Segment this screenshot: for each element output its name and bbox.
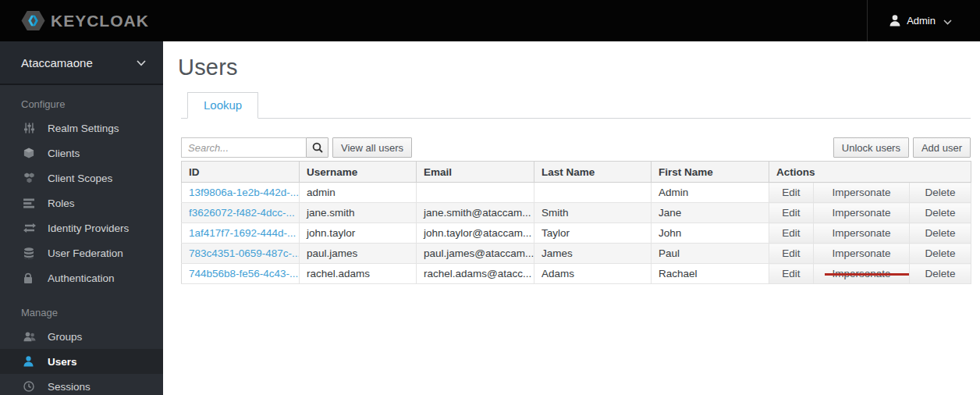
last-name-cell: Smith [534, 203, 652, 223]
last-name-cell: James [534, 244, 652, 264]
sidebar-item-identity-providers[interactable]: Identity Providers [0, 215, 163, 240]
users-table: ID Username Email Last Name First Name A… [181, 161, 971, 284]
email-cell: jane.smith@ataccam... [417, 203, 534, 223]
impersonate-action[interactable]: Impersonate [814, 264, 910, 284]
user-id-link[interactable]: f3626072-f482-4dcc-... [189, 207, 295, 219]
user-id-link[interactable]: 13f9806a-1e2b-442d-... [189, 187, 299, 198]
impersonate-action[interactable]: Impersonate [814, 203, 910, 223]
impersonate-action[interactable]: Impersonate [814, 223, 910, 244]
user-id-link[interactable]: 783c4351-0659-487c-... [189, 247, 300, 259]
admin-label: Admin [907, 15, 936, 27]
top-bar: KEYCLOAK Admin [0, 0, 980, 41]
list-icon [23, 198, 41, 208]
edit-action[interactable]: Edit [769, 264, 814, 284]
sidebar-item-clients[interactable]: Clients [0, 141, 163, 165]
impersonate-action[interactable]: Impersonate [814, 183, 910, 203]
unlock-users-button[interactable]: Unlock users [833, 137, 909, 158]
sidebar-item-label: Users [48, 356, 77, 368]
table-row: f3626072-f482-4dcc-... jane.smith jane.s… [182, 203, 971, 223]
delete-action[interactable]: Delete [910, 264, 971, 284]
search-icon [312, 142, 323, 153]
sidebar-item-groups[interactable]: Groups [0, 324, 163, 349]
last-name-cell [534, 183, 652, 203]
users-toolbar: View all users Unlock users Add user [181, 137, 971, 158]
tab-bar: Lookup [181, 92, 971, 119]
brand-text: KEYCLOAK [51, 12, 149, 30]
column-header-id: ID [182, 162, 300, 183]
sidebar-item-client-scopes[interactable]: Client Scopes [0, 165, 163, 190]
table-row: 783c4351-0659-487c-... paul.james paul.j… [182, 244, 971, 264]
search-group [181, 137, 328, 158]
view-all-users-button[interactable]: View all users [332, 137, 412, 158]
edit-action[interactable]: Edit [769, 244, 814, 264]
delete-action[interactable]: Delete [910, 203, 971, 223]
group-icon [23, 332, 41, 342]
edit-action[interactable]: Edit [769, 223, 814, 244]
column-header-username: Username [300, 162, 417, 183]
exchange-arrows-icon [23, 223, 41, 233]
realm-selector[interactable]: Ataccamaone [0, 41, 163, 85]
username-cell: rachel.adams [300, 264, 417, 284]
user-id-link[interactable]: 1af417f7-1692-444d-... [189, 227, 296, 239]
username-cell: john.taylor [300, 223, 417, 244]
sidebar-item-sessions[interactable]: Sessions [0, 374, 163, 395]
column-header-first-name: First Name [652, 162, 769, 183]
realm-name: Ataccamaone [21, 56, 93, 69]
sidebar-item-users[interactable]: Users [0, 349, 163, 374]
sidebar-item-roles[interactable]: Roles [0, 190, 163, 215]
user-icon [23, 356, 41, 367]
page-title: Users [178, 55, 980, 80]
column-header-actions: Actions [769, 162, 971, 183]
username-cell: admin [300, 183, 417, 203]
sidebar-section-manage: Manage [0, 290, 163, 324]
first-name-cell: John [652, 223, 769, 244]
sidebar-item-realm-settings[interactable]: Realm Settings [0, 116, 163, 141]
impersonate-label: Impersonate [832, 268, 890, 279]
search-button[interactable] [306, 137, 328, 158]
table-row: 744b56b8-fe56-4c43-... rachel.adams rach… [182, 264, 971, 284]
edit-action[interactable]: Edit [769, 183, 814, 203]
sidebar-item-label: Roles [48, 198, 75, 209]
impersonate-action[interactable]: Impersonate [814, 244, 910, 264]
add-user-button[interactable]: Add user [913, 137, 971, 158]
admin-user-menu[interactable]: Admin [867, 0, 980, 41]
sidebar-item-label: Clients [48, 148, 80, 159]
first-name-cell: Jane [652, 203, 769, 223]
tab-lookup[interactable]: Lookup [187, 92, 258, 119]
table-header-row: ID Username Email Last Name First Name A… [182, 162, 971, 183]
sidebar-item-label: Realm Settings [48, 123, 119, 134]
chevron-down-icon [943, 14, 952, 28]
user-silhouette-icon [889, 15, 900, 27]
edit-action[interactable]: Edit [769, 203, 814, 223]
main-content: Users Lookup View all users Unlock users… [163, 41, 980, 395]
sidebar-item-label: Authentication [48, 272, 115, 284]
sidebar-item-authentication[interactable]: Authentication [0, 265, 163, 290]
user-id-link[interactable]: 744b56b8-fe56-4c43-... [189, 268, 298, 279]
delete-action[interactable]: Delete [910, 244, 971, 264]
keycloak-hexagon-icon [21, 9, 45, 33]
clock-icon [23, 381, 41, 392]
first-name-cell: Admin [652, 183, 769, 203]
delete-action[interactable]: Delete [910, 183, 971, 203]
keycloak-logo[interactable]: KEYCLOAK [0, 0, 149, 41]
sidebar-item-label: Client Scopes [48, 173, 112, 184]
column-header-last-name: Last Name [534, 162, 652, 183]
cubes-icon [23, 173, 41, 183]
email-cell: paul.james@ataccam... [417, 244, 534, 264]
delete-action[interactable]: Delete [910, 223, 971, 244]
search-input[interactable] [181, 137, 306, 158]
last-name-cell: Taylor [534, 223, 652, 244]
table-row: 13f9806a-1e2b-442d-... admin Admin Edit … [182, 183, 971, 203]
column-header-email: Email [417, 162, 534, 183]
cube-icon [23, 148, 41, 158]
first-name-cell: Paul [652, 244, 769, 264]
sidebar-item-user-federation[interactable]: User Federation [0, 240, 163, 265]
sidebar: Ataccamaone Configure Realm Settings Cli… [0, 41, 163, 395]
username-cell: jane.smith [300, 203, 417, 223]
sliders-icon [23, 123, 41, 133]
email-cell: john.taylor@ataccam... [417, 223, 534, 244]
sidebar-item-label: User Federation [48, 247, 123, 259]
lock-icon [23, 272, 41, 284]
database-icon [23, 247, 41, 259]
table-row: 1af417f7-1692-444d-... john.taylor john.… [182, 223, 971, 244]
